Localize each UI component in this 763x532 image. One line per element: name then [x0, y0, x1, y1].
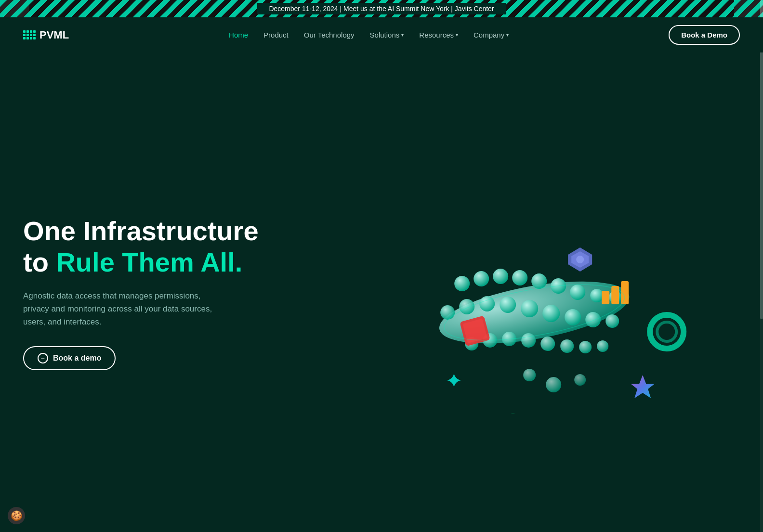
blue-gem-icon [568, 247, 592, 272]
logo-grid-icon [23, 30, 36, 39]
logo[interactable]: PVML [23, 29, 69, 41]
nav-item-product[interactable]: Product [263, 31, 289, 39]
svg-point-39 [482, 408, 524, 414]
svg-point-23 [540, 337, 555, 351]
teal-ring-icon [650, 315, 684, 349]
hero-illustration: ✦ [305, 173, 763, 414]
svg-point-37 [576, 256, 584, 263]
svg-point-26 [597, 340, 608, 352]
hero-cta-button[interactable]: → Book a demo [23, 346, 116, 370]
svg-rect-32 [602, 291, 609, 304]
svg-point-42 [657, 322, 676, 341]
nav-links: Home Product Our Technology Solutions ▾ … [229, 31, 509, 39]
announcement-bar: December 11-12, 2024 | Meet us at the AI… [0, 0, 763, 17]
hero-subtitle: Agnostic data access that manages permis… [23, 289, 216, 329]
svg-point-18 [605, 314, 619, 328]
nav-item-company[interactable]: Company ▾ [474, 31, 509, 39]
svg-point-15 [542, 305, 560, 322]
svg-point-4 [512, 270, 527, 285]
svg-point-24 [560, 339, 574, 353]
circle-arrow-icon: → [38, 353, 48, 363]
cookie-notice-button[interactable]: 🍪 [8, 507, 25, 524]
cookie-icon: 🍪 [11, 510, 23, 521]
chevron-down-icon: ▾ [456, 32, 458, 38]
svg-text:✦: ✦ [445, 369, 463, 392]
book-demo-button[interactable]: Book a Demo [669, 25, 740, 45]
pink-star-icon [631, 375, 655, 398]
svg-point-25 [579, 341, 592, 353]
svg-point-28 [546, 377, 561, 392]
logo-text: PVML [39, 29, 69, 41]
svg-point-16 [565, 309, 581, 325]
svg-point-2 [474, 271, 489, 286]
hero-section: One Infrastructure to Rule Them All. Agn… [0, 52, 763, 532]
hero-svg: ✦ [305, 173, 763, 414]
nav-item-our-technology[interactable]: Our Technology [304, 31, 355, 39]
svg-point-22 [521, 333, 536, 348]
nav-item-solutions[interactable]: Solutions ▾ [370, 31, 404, 39]
svg-point-14 [521, 300, 538, 317]
announcement-text: December 11-12, 2024 | Meet us at the AI… [257, 3, 505, 14]
svg-point-10 [440, 305, 455, 320]
nav-item-home[interactable]: Home [229, 31, 248, 39]
svg-point-13 [500, 297, 516, 313]
svg-point-5 [531, 273, 547, 289]
chevron-down-icon: ▾ [401, 32, 404, 38]
svg-point-11 [459, 299, 474, 314]
svg-point-7 [570, 285, 585, 300]
navigation: PVML Home Product Our Technology Solutio… [0, 17, 763, 52]
hero-content: One Infrastructure to Rule Them All. Agn… [23, 216, 259, 370]
svg-point-17 [585, 312, 601, 327]
svg-point-27 [523, 369, 536, 381]
nav-item-resources[interactable]: Resources ▾ [419, 31, 458, 39]
teal-leaf-icon [482, 408, 524, 414]
svg-point-29 [574, 374, 586, 386]
svg-marker-40 [631, 375, 655, 398]
svg-point-41 [650, 315, 684, 349]
cyan-snowflake-icon: ✦ [445, 369, 463, 392]
hero-title: One Infrastructure to Rule Them All. [23, 216, 259, 278]
svg-point-1 [454, 276, 470, 291]
chevron-down-icon: ▾ [506, 32, 509, 38]
svg-point-8 [590, 289, 604, 302]
svg-point-3 [493, 269, 508, 284]
